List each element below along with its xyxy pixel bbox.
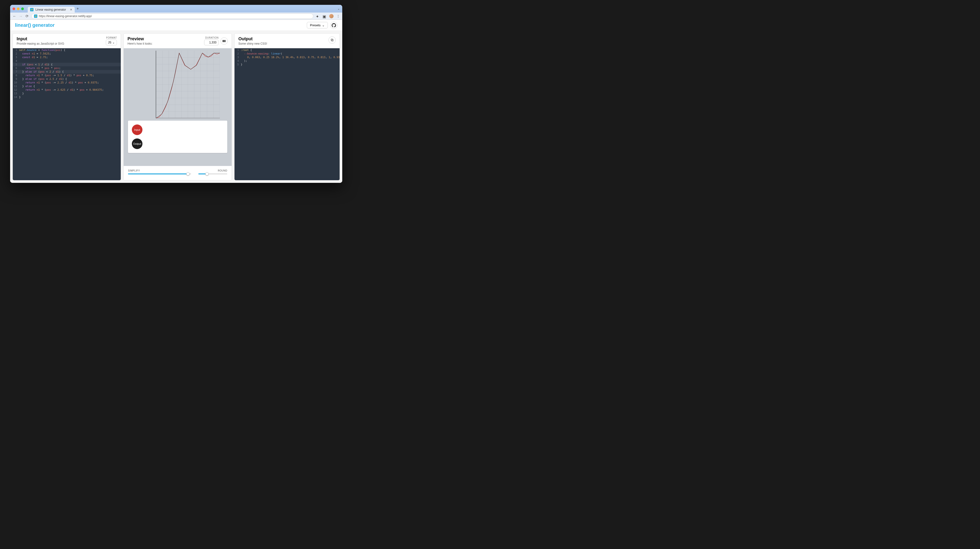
duration-label: DURATION	[205, 37, 219, 39]
back-button[interactable]: ←	[13, 14, 16, 18]
animation-card: Input Output	[128, 121, 227, 153]
output-title: Output	[239, 37, 267, 41]
github-button[interactable]	[330, 22, 337, 29]
preview-panel: Preview Here's how it looks: DURATION ▮▮	[123, 33, 232, 180]
format-value: JS	[108, 41, 111, 44]
round-label: ROUND	[198, 169, 227, 172]
input-code-editor[interactable]: 1self.bounce = function(pos) {2 const n1…	[13, 48, 121, 180]
panel-icon[interactable]: ▣	[323, 14, 326, 18]
extension-icons: ✦ ▣ ⋮	[316, 14, 340, 18]
preview-body: Input Output	[124, 48, 232, 166]
forward-button[interactable]: →	[19, 14, 23, 18]
simplify-label: SIMPLIFY	[128, 169, 191, 172]
traffic-lights	[13, 8, 24, 10]
menu-icon[interactable]: ⋮	[336, 14, 340, 18]
svg-rect-24	[332, 40, 333, 41]
close-icon[interactable]: ✕	[70, 8, 72, 11]
browser-window: ⚡ Linear easing generator ✕ + ⌄ ← → ⟳ ⚡ …	[10, 5, 342, 183]
app-root: linear() generator Presets ⌄ Input Provi…	[10, 20, 342, 183]
chevron-down-icon: ⌄	[322, 23, 325, 27]
input-ball: Input	[132, 124, 142, 135]
presets-button[interactable]: Presets ⌄	[307, 22, 328, 29]
window-close[interactable]	[13, 8, 15, 10]
reload-button[interactable]: ⟳	[25, 14, 29, 18]
round-slider[interactable]	[198, 174, 227, 174]
app-header: linear() generator Presets ⌄	[10, 20, 342, 31]
output-ball-label: Output	[133, 142, 141, 145]
site-info-icon[interactable]: ⚡	[34, 14, 37, 18]
input-subtitle: Provide easing as JavaScript or SVG	[17, 42, 64, 45]
input-panel-header: Input Provide easing as JavaScript or SV…	[13, 34, 121, 48]
url-field[interactable]: ⚡ https://linear-easing-generator.netlif…	[31, 13, 313, 19]
preview-subtitle: Here's how it looks:	[127, 42, 153, 45]
address-bar: ← → ⟳ ⚡ https://linear-easing-generator.…	[10, 13, 342, 20]
output-subtitle: Some shiny new CSS!	[239, 42, 267, 45]
tab-overflow-icon[interactable]: ⌄	[337, 7, 340, 10]
extensions-icon[interactable]: ✦	[316, 14, 320, 18]
app-title: linear() generator	[15, 22, 54, 28]
window-maximize[interactable]	[21, 8, 24, 10]
simplify-slider-group: SIMPLIFY	[128, 169, 191, 174]
copy-button[interactable]	[329, 37, 336, 44]
tab-title: Linear easing generator	[35, 8, 66, 11]
profile-avatar[interactable]	[329, 14, 334, 18]
output-panel: Output Some shiny new CSS! 1:root {2 --b…	[234, 33, 340, 180]
copy-icon	[331, 38, 334, 42]
tab-strip: ⚡ Linear easing generator ✕ + ⌄	[10, 5, 342, 13]
pause-icon: ▮▮	[223, 39, 226, 43]
window-minimize[interactable]	[17, 8, 19, 10]
pause-button[interactable]: ▮▮	[221, 37, 228, 45]
preview-panel-header: Preview Here's how it looks: DURATION ▮▮	[124, 34, 232, 48]
input-ball-label: Input	[134, 128, 140, 131]
favicon-icon: ⚡	[30, 8, 33, 11]
preview-title: Preview	[127, 37, 153, 41]
round-slider-group: ROUND	[198, 169, 227, 174]
browser-tab[interactable]: ⚡ Linear easing generator ✕	[28, 7, 75, 13]
preview-sliders: SIMPLIFY ROUND	[124, 166, 232, 180]
github-icon	[332, 23, 336, 27]
input-panel: Input Provide easing as JavaScript or SV…	[13, 33, 121, 180]
easing-graph	[135, 51, 220, 118]
input-title: Input	[17, 37, 64, 41]
format-select[interactable]: JS ⌄	[106, 40, 117, 45]
svg-rect-25	[331, 39, 332, 40]
presets-label: Presets	[310, 23, 321, 27]
url-text: https://linear-easing-generator.netlify.…	[39, 14, 92, 18]
chevron-down-icon: ⌄	[112, 41, 115, 44]
simplify-slider[interactable]	[128, 174, 191, 174]
output-panel-header: Output Some shiny new CSS!	[234, 34, 340, 48]
panels: Input Provide easing as JavaScript or SV…	[10, 31, 342, 183]
output-ball: Output	[132, 139, 142, 149]
output-code-editor[interactable]: 1:root {2 --bounce-easing: linear(3 0, 0…	[234, 48, 340, 180]
duration-input[interactable]	[204, 40, 219, 45]
format-label: FORMAT	[106, 37, 117, 39]
new-tab-button[interactable]: +	[76, 6, 79, 11]
